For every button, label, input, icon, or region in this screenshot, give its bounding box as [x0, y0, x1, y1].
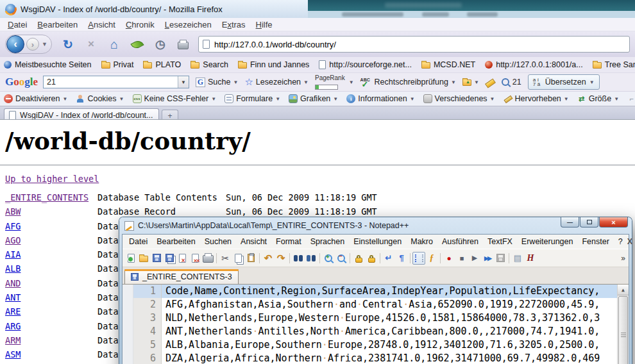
stop-button[interactable]: × — [84, 37, 98, 51]
document-tab[interactable]: _ENTIRE_CONTENTS-3 — [124, 269, 239, 284]
close-document-button[interactable]: X — [627, 237, 635, 246]
word-find-button[interactable]: 21 — [502, 78, 521, 87]
code-line[interactable]: ANT,Netherlands·Antilles,North·America,C… — [162, 325, 617, 338]
menu-ansicht[interactable]: Ansicht — [83, 20, 121, 29]
entry-link[interactable]: AGO — [5, 233, 21, 247]
entry-link[interactable]: ASM — [5, 347, 21, 361]
pagerank-dropdown-icon[interactable]: ▼ — [349, 79, 354, 85]
bookmark-most-visited[interactable]: Meistbesuchte Seiten — [4, 60, 92, 69]
bookmark-folder-plato[interactable]: PLATO — [143, 60, 181, 69]
redo-icon[interactable]: ↷ — [275, 252, 287, 265]
word-wrap-icon[interactable]: ↵ — [382, 252, 395, 265]
find-icon[interactable] — [292, 252, 305, 265]
menu-extras[interactable]: Extras — [217, 20, 251, 29]
npp-menu-textfx[interactable]: TextFX — [483, 237, 517, 246]
send-to-button[interactable]: ▼ — [462, 78, 479, 86]
doc-map-icon[interactable]: ▤ — [511, 252, 524, 265]
scroll-up-icon[interactable]: ▲ — [618, 285, 629, 295]
find-replace-icon[interactable] — [305, 252, 318, 265]
npp-menu-datei[interactable]: Datei — [124, 237, 152, 246]
entry-link[interactable]: AIA — [5, 247, 21, 261]
entry-link[interactable]: ABW — [5, 204, 21, 219]
bookmark-folder-tree-samples[interactable]: Tree Samples — [593, 60, 635, 69]
zoom-in-icon[interactable] — [322, 252, 335, 265]
macro-run-multiple-icon[interactable]: ▶▶ — [481, 252, 494, 265]
close-button[interactable]: × — [599, 217, 628, 228]
sync-scroll-vertical-icon[interactable] — [352, 252, 365, 265]
bookmark-folder-mcsd[interactable]: MCSD.NET — [421, 60, 475, 69]
npp-menu-suchen[interactable]: Suchen — [200, 237, 236, 246]
macro-play-icon[interactable]: ▶ — [468, 252, 481, 265]
function-completion-icon[interactable]: ƒ — [425, 252, 438, 265]
code-line[interactable]: Code,Name,Continent,Region,SurfaceArea,I… — [162, 285, 617, 298]
save-icon[interactable] — [150, 252, 163, 265]
history-dropdown-icon[interactable]: ▼ — [42, 41, 47, 47]
code-line[interactable]: DZA,Algeria,Africa,Northern·Africa,23817… — [162, 352, 617, 364]
back-button[interactable]: ‹ — [6, 35, 24, 53]
close-all-icon[interactable] — [189, 252, 201, 265]
google-search-input[interactable]: 21 ▼ — [43, 76, 189, 88]
up-to-higher-level-link[interactable]: Up to higher level — [5, 174, 99, 184]
npp-menu-format[interactable]: Format — [271, 237, 306, 246]
bookmark-folder-privat[interactable]: Privat — [101, 60, 134, 69]
webdev-extras[interactable]: ⌐Extras▼ — [627, 94, 635, 103]
entry-link[interactable]: AFG — [5, 219, 21, 233]
print-icon[interactable] — [201, 252, 214, 265]
open-folder-icon[interactable] — [137, 252, 150, 265]
close-file-icon[interactable] — [176, 252, 189, 265]
minimize-button[interactable]: — — [561, 217, 579, 228]
more-buttons-icon[interactable]: » — [621, 254, 627, 263]
npp-menu-makro[interactable]: Makro — [406, 237, 437, 246]
new-file-icon[interactable] — [124, 252, 137, 265]
code-line[interactable]: NLD,Netherlands,Europe,Western·Europe,41… — [162, 311, 617, 325]
google-search-button[interactable]: GSuche▼ — [196, 78, 238, 87]
webdev-hervorheben[interactable]: Hervorheben▼ — [504, 94, 569, 103]
menu-datei[interactable]: Datei — [3, 20, 32, 29]
bookmark-folder-search[interactable]: Search — [190, 60, 228, 69]
macro-record-icon[interactable]: ● — [443, 252, 455, 265]
save-all-icon[interactable] — [163, 252, 176, 265]
menu-hilfe[interactable]: Hilfe — [251, 20, 278, 29]
translate-button[interactable]: aí7ä Übersetzen▼ — [528, 74, 600, 90]
google-bookmarks-button[interactable]: ☆Lesezeichen▼ — [244, 76, 309, 88]
print-button[interactable] — [176, 37, 190, 51]
menu-bearbeiten[interactable]: Bearbeiten — [32, 20, 83, 29]
npp-menu-sprachen[interactable]: Sprachen — [306, 237, 350, 246]
entry-link[interactable]: AND — [5, 276, 21, 290]
entry-link[interactable]: ALB — [5, 261, 21, 276]
menu-chronik[interactable]: Chronik — [121, 20, 160, 29]
sync-scroll-horizontal-icon[interactable] — [365, 252, 378, 265]
npp-menu-ausfuehren[interactable]: Ausführen — [437, 237, 483, 246]
show-all-characters-icon[interactable]: ¶ — [395, 252, 408, 265]
npp-menu-bearbeiten[interactable]: Bearbeiten — [152, 237, 199, 246]
undo-icon[interactable]: ↶ — [262, 252, 275, 265]
sage-leaf-icon[interactable] — [130, 37, 144, 51]
entry-link[interactable]: ATA — [5, 362, 21, 364]
pagerank-widget[interactable]: PageRank — [315, 75, 345, 90]
webdev-cookies[interactable]: Cookies▼ — [76, 94, 124, 103]
spellcheck-button[interactable]: ABCRechtschreibprüfung▼ — [360, 78, 456, 87]
npp-menu-einstellungen[interactable]: Einstellungen — [349, 237, 406, 246]
webdev-grafiken[interactable]: Grafiken▼ — [289, 94, 338, 103]
reload-button[interactable]: ↻ — [61, 37, 75, 51]
entry-link[interactable]: ARE — [5, 304, 21, 318]
search-dropdown-icon[interactable]: ▼ — [178, 76, 189, 88]
entry-link[interactable]: ARM — [5, 333, 21, 347]
history-clock-icon[interactable]: ◷ — [153, 37, 167, 51]
cut-icon[interactable]: ✂ — [219, 252, 232, 265]
indent-guide-icon[interactable] — [412, 252, 425, 265]
macro-stop-icon[interactable]: ■ — [455, 252, 468, 265]
restore-button[interactable] — [580, 217, 598, 228]
code-text[interactable]: Code,Name,Continent,Region,SurfaceArea,I… — [162, 285, 617, 364]
webdev-deaktivieren[interactable]: Deaktivieren▼ — [4, 94, 67, 103]
zoom-out-icon[interactable] — [335, 252, 348, 265]
bookmark-margin[interactable] — [123, 285, 133, 364]
textfx-html-icon[interactable]: H — [524, 252, 537, 265]
npp-menu-fenster[interactable]: Fenster — [577, 237, 613, 246]
webdev-verschiedenes[interactable]: Verschiedenes▼ — [423, 94, 495, 103]
npp-menu-ansicht[interactable]: Ansicht — [236, 237, 271, 246]
copy-icon[interactable] — [232, 252, 244, 265]
firefox-titlebar[interactable]: WsgiDAV - Index of /world-db/country/ - … — [0, 0, 635, 18]
code-line[interactable]: ALB,Albania,Europe,Southern·Europe,28748… — [162, 338, 617, 352]
npp-menu-erweiterungen[interactable]: Erweiterungen — [517, 237, 578, 246]
